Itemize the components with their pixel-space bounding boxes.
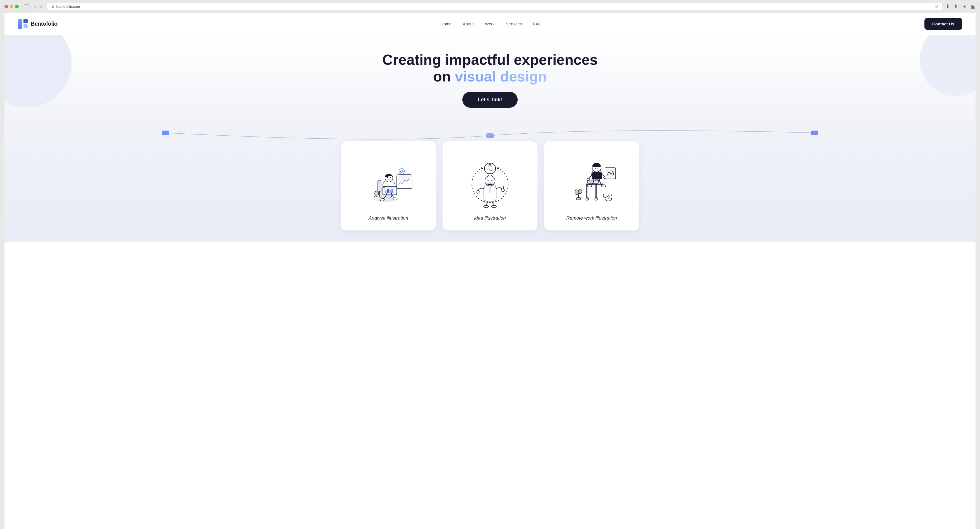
svg-point-21 — [375, 191, 379, 196]
page-content: Bentofolio Home About Work Services FAQ … — [5, 13, 975, 529]
tabs-button[interactable]: ▣ — [971, 3, 975, 10]
navbar: Bentofolio Home About Work Services FAQ … — [5, 13, 975, 35]
svg-point-49 — [595, 166, 595, 167]
svg-point-59 — [579, 189, 582, 194]
svg-point-25 — [501, 189, 504, 192]
close-button[interactable] — [5, 5, 8, 8]
svg-rect-2 — [811, 130, 818, 135]
svg-rect-5 — [378, 180, 381, 191]
reload-button[interactable]: ↺ — [935, 4, 939, 9]
card-remote-label: Remote work illustration — [566, 215, 617, 221]
url-text: bentofolio.com — [56, 5, 80, 9]
svg-rect-12 — [385, 191, 387, 193]
logo-name: Bentofolio — [31, 21, 57, 27]
svg-point-9 — [390, 177, 391, 178]
idea-illustration — [449, 149, 531, 211]
svg-rect-14 — [389, 190, 391, 193]
logo[interactable]: Bentofolio — [18, 19, 57, 29]
card-idea: idea illustration — [442, 141, 538, 230]
svg-rect-15 — [391, 189, 393, 193]
card-analyse-label: Analyse illustration — [369, 215, 408, 221]
svg-point-16 — [380, 199, 385, 201]
svg-rect-13 — [387, 189, 389, 193]
card-idea-label: idea illustration — [474, 215, 506, 221]
logo-icon — [18, 19, 28, 29]
svg-point-28 — [492, 180, 493, 181]
forward-button[interactable]: › — [38, 3, 43, 10]
analyse-illustration — [348, 149, 429, 211]
browser-toolbar: ‹ › 🔒 bentofolio.com ↺ ⬇ ⬆ ＋ ▣ — [5, 3, 975, 13]
hero-title: Creating impactful experiences on visual… — [378, 52, 602, 85]
svg-rect-46 — [589, 183, 592, 183]
cards-section: Analyse illustration — [5, 130, 975, 241]
nav-about[interactable]: About — [463, 21, 474, 26]
card-remote: Remote work illustration — [544, 141, 639, 230]
nav-home[interactable]: Home — [441, 21, 452, 26]
svg-point-51 — [587, 178, 590, 181]
nav-work[interactable]: Work — [485, 21, 495, 26]
svg-point-27 — [487, 180, 488, 181]
svg-point-53 — [587, 185, 592, 187]
back-button[interactable]: ‹ — [33, 3, 37, 10]
svg-point-41 — [595, 199, 597, 200]
svg-point-32 — [489, 163, 491, 165]
svg-point-58 — [575, 190, 579, 195]
svg-rect-1 — [486, 133, 494, 138]
svg-point-24 — [476, 191, 479, 193]
svg-rect-31 — [488, 175, 492, 176]
browser-chrome: ‹ › 🔒 bentofolio.com ↺ ⬇ ⬆ ＋ ▣ Bentofoli… — [0, 0, 980, 529]
svg-rect-0 — [162, 130, 169, 135]
new-tab-button[interactable]: ＋ — [962, 3, 967, 10]
remote-illustration — [551, 149, 632, 211]
hero-section: Creating impactful experiences on visual… — [5, 35, 975, 130]
svg-point-62 — [609, 196, 610, 197]
download-button[interactable]: ⬇ — [946, 3, 950, 10]
svg-point-33 — [484, 205, 488, 208]
sidebar-toggle-icon[interactable] — [24, 5, 29, 8]
svg-rect-57 — [577, 197, 581, 200]
browser-actions: ⬇ ⬆ ＋ ▣ — [946, 3, 975, 10]
svg-point-17 — [393, 198, 397, 200]
svg-point-54 — [601, 185, 606, 187]
wire-decoration — [21, 130, 959, 147]
svg-point-50 — [598, 166, 598, 167]
svg-point-61 — [608, 195, 612, 199]
share-button[interactable]: ⬆ — [954, 3, 958, 10]
svg-rect-37 — [595, 184, 597, 199]
svg-point-39 — [587, 199, 588, 200]
nav-links: Home About Work Services FAQ — [441, 21, 542, 26]
nav-services[interactable]: Services — [506, 21, 522, 26]
minimize-button[interactable] — [10, 5, 13, 8]
maximize-button[interactable] — [15, 5, 19, 8]
hero-cta-button[interactable]: Let's Talk! — [462, 92, 518, 108]
svg-point-8 — [387, 177, 388, 178]
svg-point-34 — [492, 205, 496, 208]
svg-point-20 — [399, 168, 404, 174]
hero-highlight: visual design — [455, 68, 547, 84]
nav-arrows: ‹ › — [33, 3, 43, 10]
contact-button[interactable]: Contact Us — [924, 18, 962, 30]
nav-faq[interactable]: FAQ — [533, 21, 541, 26]
lock-icon: 🔒 — [51, 5, 55, 8]
svg-point-63 — [611, 196, 611, 197]
card-analyse: Analyse illustration — [341, 141, 436, 230]
address-bar[interactable]: 🔒 bentofolio.com ↺ — [47, 3, 942, 10]
traffic-lights — [5, 5, 19, 8]
